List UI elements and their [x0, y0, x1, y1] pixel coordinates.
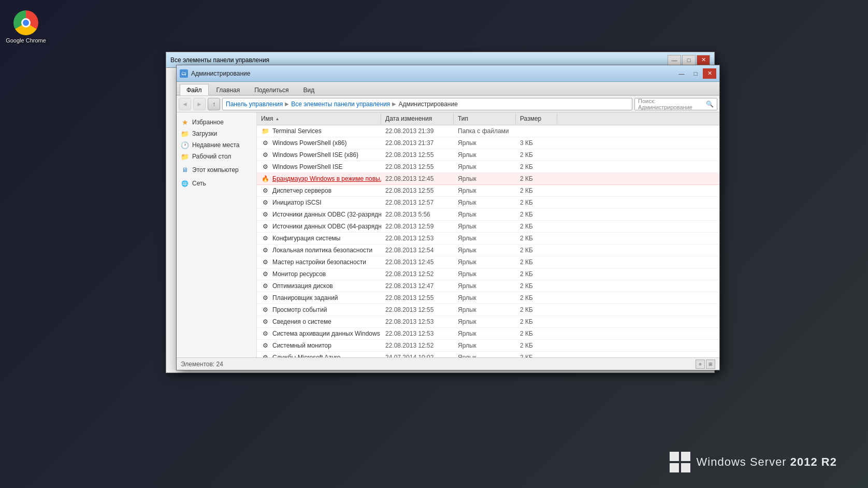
bg-close-btn[interactable]: ✕ — [697, 55, 710, 65]
file-icon: ⚙ — [261, 270, 269, 278]
minimize-btn[interactable]: — — [675, 68, 688, 79]
file-name-cell: ⚙ Службы Microsoft Azure — [257, 352, 381, 357]
file-size-cell: 2 КБ — [516, 341, 557, 350]
table-row[interactable]: ⚙ Windows PowerShell ISE (x86) 22.08.201… — [257, 149, 719, 161]
table-row[interactable]: ⚙ Мастер настройки безопасности 22.08.20… — [257, 256, 719, 268]
file-name: Оптимизация дисков — [272, 282, 333, 290]
sidebar-item-recent[interactable]: 🕐 Недавние места — [177, 139, 256, 151]
view-grid-btn[interactable]: ⊞ — [706, 360, 715, 369]
table-row[interactable]: ⚙ Windows PowerShell ISE 22.08.2013 12:5… — [257, 161, 719, 173]
refresh-btn[interactable]: ↑ — [208, 98, 220, 110]
titlebar-left: 🗂 Администрирование — [180, 69, 250, 78]
file-type-cell: Ярлык — [454, 341, 516, 350]
sidebar-item-desktop[interactable]: 📁 Рабочий стол — [177, 151, 256, 162]
file-icon: 🔥 — [261, 175, 269, 183]
col-size-label: Размер — [520, 115, 541, 122]
sidebar-favorites-section: ★ Избранное 📁 Загрузки 🕐 Недавние места … — [177, 117, 256, 162]
col-header-size[interactable]: Размер — [516, 113, 557, 124]
close-btn[interactable]: ✕ — [703, 68, 716, 79]
tab-share[interactable]: Поделиться — [248, 84, 295, 95]
table-row[interactable]: ⚙ Оптимизация дисков 22.08.2013 12:47 Яр… — [257, 280, 719, 292]
file-name-cell: ⚙ Конфигурация системы — [257, 233, 381, 243]
col-date-label: Дата изменения — [385, 115, 432, 122]
file-type-cell: Ярлык — [454, 174, 516, 183]
file-list: Имя ▲ Дата изменения Тип Размер — [257, 112, 719, 357]
file-name: Просмотр событий — [272, 306, 327, 313]
sidebar-item-this-pc[interactable]: 🖥 Этот компьютер — [177, 164, 256, 176]
breadcrumb-bar: Панель управления ▶ Все элементы панели … — [222, 98, 632, 110]
sidebar-network-section: 🌐 Сеть — [177, 178, 256, 189]
file-type-cell: Ярлык — [454, 305, 516, 314]
file-icon: ⚙ — [261, 222, 269, 231]
bg-maximize-btn[interactable]: □ — [682, 55, 696, 65]
table-row[interactable]: ⚙ Источники данных ODBC (32-разрядна... … — [257, 209, 719, 221]
table-row[interactable]: ⚙ Система архивации данных Windows S... … — [257, 328, 719, 340]
back-btn[interactable]: ◄ — [179, 98, 191, 110]
file-type-cell: Ярлык — [454, 317, 516, 326]
titlebar-controls: — □ ✕ — [675, 68, 716, 79]
file-size-cell: 2 КБ — [516, 353, 557, 357]
file-date-cell: 22.08.2013 12:47 — [381, 281, 454, 291]
file-type-cell: Ярлык — [454, 234, 516, 243]
tab-view[interactable]: Вид — [296, 84, 321, 95]
sidebar-item-favorites[interactable]: ★ Избранное — [177, 117, 256, 128]
file-size-cell: 2 КБ — [516, 246, 557, 255]
file-icon: ⚙ — [261, 210, 269, 219]
table-row[interactable]: 🔥 Брандмауэр Windows в режиме повы... 22… — [257, 173, 719, 185]
file-date-cell: 22.08.2013 12:55 — [381, 150, 454, 160]
file-date-cell: 22.08.2013 12:55 — [381, 186, 454, 195]
table-row[interactable]: ⚙ Сведения о системе 22.08.2013 12:53 Яр… — [257, 316, 719, 328]
file-name-cell: ⚙ Монитор ресурсов — [257, 269, 381, 279]
file-name-cell: ⚙ Мастер настройки безопасности — [257, 257, 381, 267]
desktop: Google Chrome Все элементы панели управл… — [0, 0, 868, 488]
file-name: Windows PowerShell (x86) — [272, 139, 346, 147]
forward-btn[interactable]: ► — [193, 98, 206, 110]
col-header-name[interactable]: Имя ▲ — [257, 113, 381, 124]
tab-file[interactable]: Файл — [180, 84, 209, 95]
table-row[interactable]: ⚙ Просмотр событий 22.08.2013 12:55 Ярлы… — [257, 304, 719, 316]
file-name-cell: ⚙ Система архивации данных Windows S... — [257, 328, 381, 339]
table-row[interactable]: ⚙ Источники данных ODBC (64-разрядна... … — [257, 221, 719, 233]
file-date-cell: 22.08.2013 12:53 — [381, 234, 454, 243]
table-row[interactable]: ⚙ Windows PowerShell (x86) 22.08.2013 21… — [257, 137, 719, 149]
file-type-cell: Ярлык — [454, 138, 516, 148]
sidebar-item-downloads[interactable]: 📁 Загрузки — [177, 128, 256, 139]
table-row[interactable]: ⚙ Локальная политика безопасности 22.08.… — [257, 245, 719, 256]
file-icon: ⚙ — [261, 294, 269, 302]
file-name-cell: ⚙ Инициатор iSCSI — [257, 197, 381, 208]
table-row[interactable]: ⚙ Системный монитор 22.08.2013 12:52 Ярл… — [257, 340, 719, 352]
table-row[interactable]: ⚙ Конфигурация системы 22.08.2013 12:53 … — [257, 233, 719, 245]
table-row[interactable]: ⚙ Службы Microsoft Azure 24.07.2014 10:0… — [257, 352, 719, 357]
desktop-icon-chrome[interactable]: Google Chrome — [5, 10, 47, 44]
maximize-btn[interactable]: □ — [689, 68, 702, 79]
search-bar[interactable]: Поиск: Администрирование 🔍 — [634, 98, 717, 110]
file-type-cell: Ярлык — [454, 198, 516, 207]
file-size-cell: 2 КБ — [516, 305, 557, 314]
table-row[interactable]: ⚙ Монитор ресурсов 22.08.2013 12:52 Ярлы… — [257, 268, 719, 280]
file-type-cell: Ярлык — [454, 257, 516, 267]
view-list-btn[interactable]: ≡ — [696, 360, 705, 369]
file-name: Источники данных ODBC (32-разрядна... — [272, 211, 381, 218]
file-date-cell: 22.08.2013 12:57 — [381, 198, 454, 207]
file-icon: ⚙ — [261, 353, 269, 357]
file-type-cell: Ярлык — [454, 353, 516, 357]
status-count: Элементов: 24 — [181, 361, 223, 368]
table-row[interactable]: ⚙ Инициатор iSCSI 22.08.2013 12:57 Ярлык… — [257, 197, 719, 209]
breadcrumb-all-items[interactable]: Все элементы панели управления — [291, 101, 390, 108]
sidebar-label-favorites: Избранное — [192, 119, 224, 126]
col-header-date[interactable]: Дата изменения — [381, 113, 454, 124]
file-icon: ⚙ — [261, 151, 269, 159]
col-header-type[interactable]: Тип — [454, 113, 516, 124]
bg-minimize-btn[interactable]: — — [668, 55, 681, 65]
table-row[interactable]: ⚙ Планировщик заданий 22.08.2013 12:55 Я… — [257, 292, 719, 304]
file-size-cell: 2 КБ — [516, 174, 557, 183]
sidebar-item-network[interactable]: 🌐 Сеть — [177, 178, 256, 189]
file-name-cell: ⚙ Планировщик заданий — [257, 293, 381, 303]
file-name-cell: ⚙ Источники данных ODBC (64-разрядна... — [257, 221, 381, 232]
table-row[interactable]: ⚙ Диспетчер серверов 22.08.2013 12:55 Яр… — [257, 185, 719, 197]
breadcrumb-control-panel[interactable]: Панель управления — [226, 101, 283, 108]
admin-window: 🗂 Администрирование — □ ✕ Файл Главная П… — [176, 65, 720, 370]
file-date-cell: 22.08.2013 12:52 — [381, 341, 454, 350]
table-row[interactable]: 📁 Terminal Services 22.08.2013 21:39 Пап… — [257, 125, 719, 137]
tab-home[interactable]: Главная — [210, 84, 247, 95]
